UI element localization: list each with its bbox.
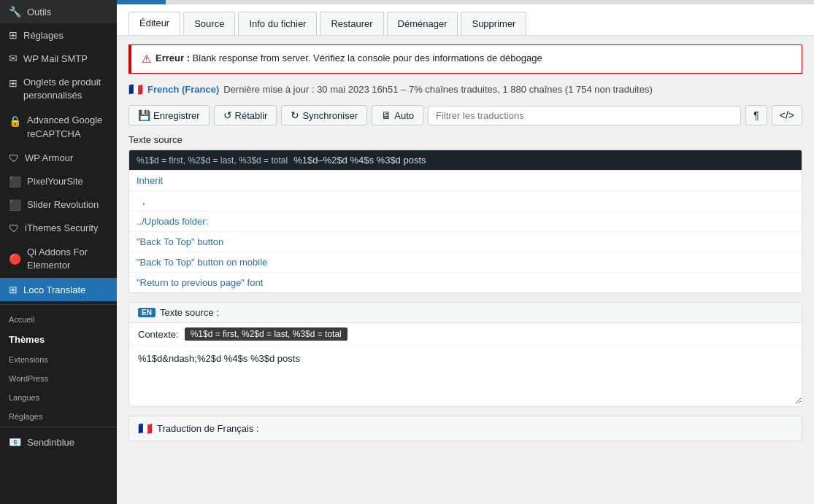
lang-header: 🇫🇷 French (France) Dernière mise à jour … <box>128 82 802 96</box>
sidebar-item-label: Réglages <box>23 30 64 41</box>
source-edit-section: EN Texte source : Contexte: %1$d = first… <box>128 302 802 407</box>
editor-toolbar: 💾 Enregistrer ↺ Rétablir ↻ Synchroniser … <box>128 105 802 125</box>
main-content: Éditeur Source Info du fichier Restaurer… <box>117 0 814 504</box>
code-button[interactable]: </> <box>772 105 802 125</box>
save-icon: 💾 <box>138 109 150 121</box>
auto-icon: 🖥 <box>381 109 391 121</box>
sidebar-item-advanced-google[interactable]: 🔒 Advanced Google reCAPTCHA <box>0 108 117 146</box>
sidebar-sub-themes[interactable]: Thèmes <box>0 327 117 348</box>
table-row[interactable]: ../Uploads folder: <box>129 212 802 232</box>
sidebar-item-reglages[interactable]: ⊞ Réglages <box>0 23 117 47</box>
lang-name: French (France) <box>147 84 219 95</box>
progress-bar-fill <box>117 0 166 4</box>
sidebar-sub-extensions[interactable]: Extensions <box>0 348 117 367</box>
translation-textarea[interactable]: %1$d&ndash;%2$d %4$s %3$d posts <box>129 346 802 404</box>
table-row[interactable]: , <box>129 191 802 212</box>
string-key: %1$d = first, %2$d = last, %3$d = total <box>137 155 288 166</box>
sidebar-item-label: Outils <box>27 7 51 18</box>
sync-label: Synchroniser <box>302 110 358 121</box>
sidebar-sub-accueil[interactable]: Accueil <box>0 308 117 327</box>
reset-icon: ↺ <box>223 109 232 121</box>
sidebar-item-outils[interactable]: 🔧 Outils <box>0 0 117 23</box>
auto-button[interactable]: 🖥 Auto <box>372 105 423 125</box>
recaptcha-icon: 🔒 <box>9 115 21 127</box>
sidebar-item-label: Slider Revolution <box>27 199 99 210</box>
pixel-icon: ⬛ <box>9 176 21 187</box>
sidebar-item-qi-addons[interactable]: 🔴 Qi Addons For Elementor <box>0 240 117 278</box>
outils-icon: 🔧 <box>9 6 21 18</box>
string-link[interactable]: Inherit <box>137 175 163 186</box>
sidebar-item-label: iThemes Security <box>25 222 98 233</box>
strings-list: %1$d = first, %2$d = last, %3$d = total … <box>128 150 802 293</box>
sidebar-sub-langues[interactable]: Langues <box>0 386 117 405</box>
sidebar-item-pixelyoursite[interactable]: ⬛ PixelYourSite <box>0 170 117 193</box>
sendinblue-icon: 📧 <box>9 436 21 448</box>
sidebar-sub-reglages[interactable]: Réglages <box>0 405 117 424</box>
armour-icon: 🛡 <box>9 152 19 164</box>
tab-info-fichier[interactable]: Info du fichier <box>238 12 317 35</box>
source-edit-header-label: Texte source : <box>160 307 219 318</box>
table-row[interactable]: "Back To Top" button on mobile <box>129 252 802 273</box>
traduction-header: 🇫🇷 Traduction de Français : <box>128 416 802 441</box>
content-area: ⚠ Erreur : Blank response from server. V… <box>117 36 814 504</box>
error-message: Blank response from server. Vérifiez la … <box>193 53 542 63</box>
source-text-label: Texte source <box>128 134 802 145</box>
sidebar-sub-wordpress[interactable]: WordPress <box>0 367 117 386</box>
sidebar-item-wp-mail-smtp[interactable]: ✉ WP Mail SMTP <box>0 47 117 70</box>
save-label: Enregistrer <box>153 110 200 121</box>
sidebar-item-label: Qi Addons For Elementor <box>27 246 108 272</box>
sidebar-item-label: Onglets de pro­duit personnalisés <box>23 76 108 102</box>
context-label: Contexte: <box>138 329 179 340</box>
string-link[interactable]: "Back To Top" button on mobile <box>137 257 267 268</box>
table-row[interactable]: Inherit <box>129 171 802 191</box>
qi-icon: 🔴 <box>9 253 21 265</box>
paragraph-button[interactable]: ¶ <box>745 105 767 125</box>
error-text: Erreur : Blank response from server. Vér… <box>155 53 542 63</box>
string-link[interactable]: "Return to previous page" font <box>137 277 263 288</box>
tab-source[interactable]: Source <box>183 12 235 35</box>
error-prefix: Erreur : <box>155 53 190 63</box>
tab-restaurer[interactable]: Restaurer <box>320 12 383 35</box>
reglages-icon: ⊞ <box>9 29 18 41</box>
tabs-bar: Éditeur Source Info du fichier Restaurer… <box>117 4 814 36</box>
auto-label: Auto <box>394 110 414 121</box>
tab-demenager[interactable]: Déménager <box>387 12 458 35</box>
sidebar-item-label: Advanced Google reCAPTCHA <box>27 114 108 140</box>
tab-editeur[interactable]: Éditeur <box>128 12 180 35</box>
sync-button[interactable]: ↻ Synchroniser <box>281 105 367 125</box>
sidebar-item-sendinblue[interactable]: 📧 Sendinblue <box>0 430 117 454</box>
sidebar-item-label: WP Armour <box>25 152 73 163</box>
reset-button[interactable]: ↺ Rétablir <box>214 105 277 125</box>
sidebar-item-loco-translate[interactable]: ⊞ Loco Translate <box>0 278 117 301</box>
string-value: , <box>142 195 145 206</box>
warning-icon: ⚠ <box>142 53 151 66</box>
sidebar-item-slider-revolution[interactable]: ⬛ Slider Revolution <box>0 193 117 217</box>
filter-input[interactable] <box>428 106 741 125</box>
loco-icon: ⊞ <box>9 284 18 295</box>
save-button[interactable]: 💾 Enregistrer <box>128 105 210 125</box>
context-value: %1$d = first, %2$d = last, %3$d = total <box>185 327 348 341</box>
error-notice: ⚠ Erreur : Blank response from server. V… <box>128 44 802 74</box>
en-badge: EN <box>138 308 155 317</box>
sidebar-item-label: PixelYourSite <box>27 176 83 187</box>
string-link[interactable]: "Back To Top" button <box>137 236 223 247</box>
lang-meta: Dernière mise à jour : 30 mai 2023 16h51… <box>223 84 653 95</box>
tab-supprimer[interactable]: Supprimer <box>461 12 526 35</box>
sidebar-item-label: Loco Translate <box>23 284 85 295</box>
sidebar-item-ithemes-security[interactable]: 🛡 iThemes Security <box>0 217 117 240</box>
sidebar-item-wp-armour[interactable]: 🛡 WP Armour <box>0 147 117 170</box>
sidebar-item-label: WP Mail SMTP <box>23 53 88 64</box>
mail-icon: ✉ <box>9 53 18 64</box>
string-link[interactable]: ../Uploads folder: <box>137 216 208 227</box>
table-row[interactable]: "Return to previous page" font <box>129 273 802 292</box>
sidebar: 🔧 Outils ⊞ Réglages ✉ WP Mail SMTP ⊞ Ong… <box>0 0 117 504</box>
source-edit-header: EN Texte source : <box>129 303 802 323</box>
traduction-label: Traduction de Français : <box>157 423 259 434</box>
table-row[interactable]: "Back To Top" button <box>129 232 802 252</box>
context-row: Contexte: %1$d = first, %2$d = last, %3$… <box>129 323 802 346</box>
string-translation: %1$d–%2$d %4$s %3$d posts <box>293 155 426 166</box>
table-row[interactable]: %1$d = first, %2$d = last, %3$d = total … <box>129 150 802 171</box>
sidebar-item-onglets[interactable]: ⊞ Onglets de pro­duit personnalisés <box>0 70 117 108</box>
sidebar-item-label: Sendinblue <box>27 437 74 448</box>
progress-bar <box>117 0 814 4</box>
